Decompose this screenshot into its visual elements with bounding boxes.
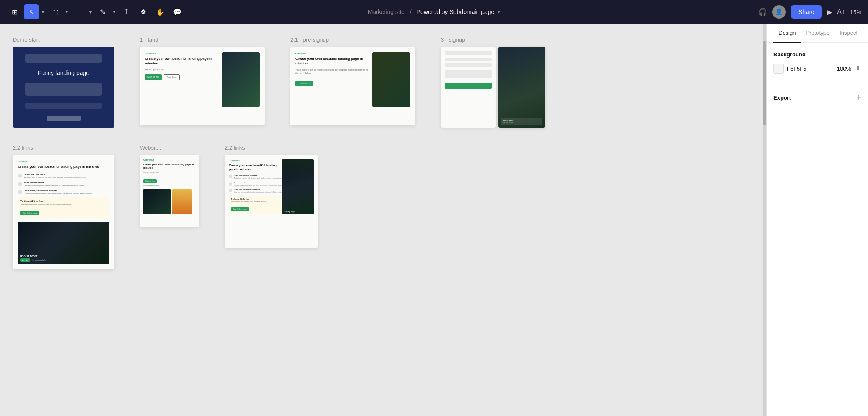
frame-signup-content[interactable]: Rocket boost Start your free trial [441,47,545,128]
background-color-swatch[interactable] [773,64,784,74]
pen-chevron[interactable]: ▾ [111,4,117,19]
demo-hero-bar [25,83,102,96]
page-name: Powered by Subdomain page [417,8,495,15]
play-icon[interactable]: ▶ [827,8,832,16]
panel-tabs: Design Prototype Inspect [767,24,868,43]
land-left: ConvertKit Create your own beautiful lan… [145,52,218,120]
frame-2-2-links-med: 2.2 links ConvertKit Create your own bea… [225,144,318,248]
workspace-tool[interactable]: ⊞ [7,4,22,19]
shape-chevron[interactable]: ▾ [87,4,93,19]
pointer-tool[interactable]: ↖ [24,4,39,19]
signup-field-2 [445,58,492,61]
hand-tool[interactable]: ✋ [153,4,168,19]
frame-demo-content[interactable]: Fancy landing page [13,47,114,128]
tab-inspect[interactable]: Inspect [835,24,862,43]
cursor-icon[interactable]: A↑ [837,8,845,16]
page-name-chevron[interactable]: ▾ [498,9,500,15]
lm-desc-3: Trust me it content that make sharing mo… [234,191,285,194]
frame-land-content[interactable]: ConvertKit Create your own beautiful lan… [140,47,265,125]
share-button[interactable]: Share [791,5,822,19]
scrollbar-thumb[interactable] [763,41,766,125]
tool-group-pen: ✎ ▾ [95,4,117,19]
links-cta-btn[interactable]: Start for free today [20,211,39,215]
headphone-icon[interactable]: 🎧 [759,8,767,16]
zoom-level[interactable]: 15% [850,9,861,15]
links-item-3: Learn from professional creators Learn p… [18,189,109,195]
links-desc-2: Content marketing insights tips and idea… [24,184,85,187]
links-title-3: Learn from professional creators [24,189,92,192]
export-add-button[interactable]: + [856,93,861,103]
presignup-heading: Create your own beautiful landing page i… [295,56,369,66]
signup-submit-btn[interactable] [445,83,492,89]
lm-title-2: Discover content › [234,182,290,184]
presignup-sub: You're about to get full features access… [295,68,369,75]
frame-label-links-med: 2.2 links [225,144,318,151]
links-item-1: Check our Free links Marketing tools to … [18,173,109,179]
chip-text: Free landing page builder [32,259,46,261]
frame-links-large-content[interactable]: ConvertKit Create your own beautiful lan… [13,155,114,269]
lm-dot-1 [229,175,232,178]
links-text-2: Build social content Content marketing i… [24,181,85,187]
background-opacity-value[interactable]: 100% [837,66,851,72]
chip-1: ★★★★★ [20,258,30,262]
frame-presignup-content[interactable]: ConvertKit Create your own beautiful lan… [290,47,415,125]
breadcrumb-separator: / [410,8,412,15]
links-text-1: Check our Free links Marketing tools to … [24,173,86,179]
land-sub: Want to give it a try? [145,68,218,71]
tab-prototype[interactable]: Prototype [801,24,835,43]
links-med-side-image: Landing pages [282,159,314,214]
links-cta-text: Today find out to make it work yourself,… [20,203,107,206]
signup-field-1 [445,51,492,55]
frame-tool[interactable]: ⬚ [47,4,63,19]
links-med-heading: Create your own beautiful landing page i… [229,164,280,171]
ws-link[interactable]: View marketing page [143,184,196,186]
frame-label-land: 1 - land [140,36,265,43]
land-cta-btn[interactable]: Start for free [145,74,162,80]
background-section-title: Background [773,51,861,58]
frame-links-med-content[interactable]: ConvertKit Create your own beautiful lan… [225,155,318,248]
tab-design[interactable]: Design [773,24,801,43]
ws-logo: ConvertKit [143,158,196,161]
links-desc-1: Marketing tools to help you get more cli… [24,176,86,179]
frame-label-demo: Demo start [13,36,114,43]
demo-nav-bar [25,54,102,63]
shape-tool[interactable]: □ [71,4,86,19]
lm-dot-3 [229,189,232,192]
links-med-img-overlay: Landing pages [282,159,314,214]
lm-dot-2 [229,182,232,186]
presignup-logo: ConvertKit [295,52,369,55]
panel-content: Background F5F5F5 100% 👁 Export + [767,43,868,416]
background-hex-value[interactable]: F5F5F5 [787,66,834,72]
links-image-overlay: ROCKET BOOST ★★★★★ Free landing page bui… [18,252,109,264]
presignup-cta-btn[interactable]: Continue → [295,81,313,86]
ws-images [143,189,196,214]
background-visibility-toggle[interactable]: 👁 [854,65,861,72]
components-tool[interactable]: ❖ [136,4,151,19]
lm-text-2: Discover content › Learn marketing insig… [234,182,290,187]
frame-demo-start: Demo start Fancy landing page [13,36,114,128]
frame-chevron[interactable]: ▾ [64,4,70,19]
scrollbar[interactable] [763,24,766,416]
land-demo-btn[interactable]: View demo [164,74,180,80]
ws-heading: Create your own beautiful landing page i… [143,163,196,170]
signup-field-3 [445,63,492,67]
ws-btn[interactable]: Start for free [143,179,157,183]
comment-tool[interactable]: 💬 [170,4,185,19]
links-med-img-text: Landing pages [284,211,295,213]
breadcrumb: Marketing site / Powered by Subdomain pa… [368,8,501,15]
links-bottom-image: ROCKET BOOST ★★★★★ Free landing page bui… [18,222,109,264]
export-section-title: Export [773,94,791,101]
avatar: 👤 [772,5,786,19]
pen-tool[interactable]: ✎ [95,4,110,19]
links-cta-title: Try ConvertKit for free [20,200,107,202]
canvas[interactable]: Demo start Fancy landing page 1 - land [0,24,763,416]
demo-title: Fancy landing page [38,69,89,76]
frame-label-presignup: 2.1 - pre-signup [290,36,415,43]
lm-cta-btn[interactable]: Start for free today [231,207,249,211]
frame-label-website-sm: Websit... [140,144,199,151]
toolbar: ⊞ ↖ ▾ ⬚ ▾ □ ▾ ✎ ▾ T ❖ ✋ 💬 Marketing site… [0,0,868,24]
frame-website-sm-content[interactable]: ConvertKit Create your own beautiful lan… [140,155,199,227]
text-tool[interactable]: T [119,4,134,19]
pointer-chevron[interactable]: ▾ [40,4,46,19]
lm-desc-2: Learn marketing insights tips, your insp… [234,184,290,187]
